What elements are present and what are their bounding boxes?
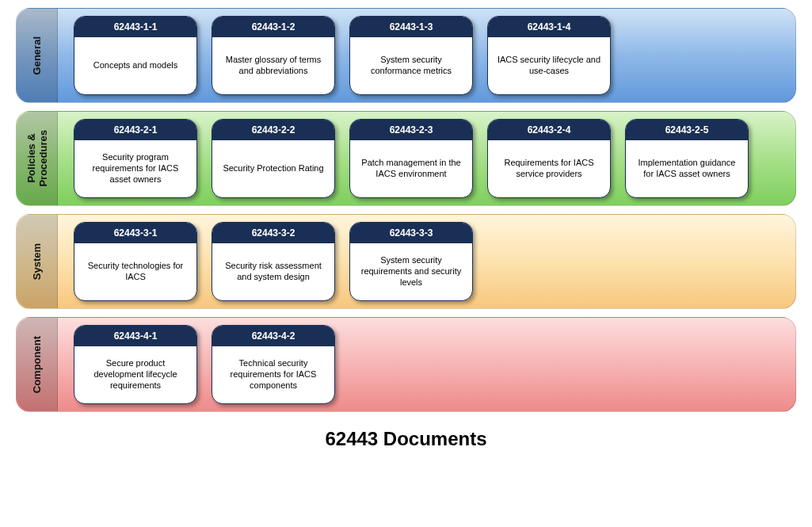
card-desc: Master glossary of terms and abbreviatio… bbox=[212, 37, 334, 94]
row-general: General62443-1-1Concepts and models62443… bbox=[16, 8, 796, 103]
card-62443-2-3: 62443-2-3Patch management in the IACS en… bbox=[349, 119, 473, 198]
row-label-system: System bbox=[17, 215, 58, 308]
row-label-text: Policies & Procedures bbox=[25, 130, 49, 187]
card-62443-4-2: 62443-4-2Technical security requirements… bbox=[212, 325, 335, 404]
card-62443-1-2: 62443-1-2Master glossary of terms and ab… bbox=[212, 16, 335, 95]
row-system: System62443-3-1Security technologies for… bbox=[16, 214, 796, 309]
card-62443-2-2: 62443-2-2Security Protection Rating bbox=[212, 119, 335, 198]
card-desc: Security technologies for IACS bbox=[74, 243, 196, 300]
row-label-text: Component bbox=[31, 336, 43, 393]
card-62443-1-4: 62443-1-4IACS security lifecycle and use… bbox=[487, 16, 611, 95]
card-code: 62443-3-1 bbox=[74, 223, 196, 243]
card-62443-1-3: 62443-1-3System security conformance met… bbox=[349, 16, 473, 95]
card-desc: Implementation guidance for IACS asset o… bbox=[626, 140, 748, 197]
card-code: 62443-4-2 bbox=[212, 326, 334, 346]
card-code: 62443-2-4 bbox=[488, 120, 610, 140]
row-label-text: System bbox=[31, 243, 43, 280]
card-desc: IACS security lifecycle and use-cases bbox=[488, 37, 610, 94]
card-desc: Patch management in the IACS environment bbox=[350, 140, 472, 197]
card-code: 62443-3-3 bbox=[350, 223, 472, 243]
card-desc: System security requirements and securit… bbox=[350, 243, 472, 300]
row-label-text: General bbox=[31, 36, 43, 74]
card-code: 62443-2-2 bbox=[212, 120, 334, 140]
row-label-component: Component bbox=[17, 318, 58, 411]
card-62443-1-1: 62443-1-1Concepts and models bbox=[74, 16, 197, 95]
card-62443-4-1: 62443-4-1Secure product development life… bbox=[74, 325, 197, 404]
rows-container: General62443-1-1Concepts and models62443… bbox=[16, 8, 796, 412]
row-label-policies: Policies & Procedures bbox=[17, 112, 58, 205]
card-desc: System security conformance metrics bbox=[350, 37, 472, 94]
cards-wrap: 62443-3-1Security technologies for IACS6… bbox=[74, 222, 473, 301]
card-code: 62443-2-5 bbox=[626, 120, 748, 140]
cards-wrap: 62443-4-1Secure product development life… bbox=[74, 325, 335, 404]
card-62443-3-1: 62443-3-1Security technologies for IACS bbox=[74, 222, 197, 301]
card-code: 62443-1-2 bbox=[212, 17, 334, 37]
page-title: 62443 Documents bbox=[16, 428, 796, 450]
card-62443-3-2: 62443-3-2Security risk assessment and sy… bbox=[212, 222, 335, 301]
card-code: 62443-3-2 bbox=[212, 223, 334, 243]
card-desc: Concepts and models bbox=[74, 37, 196, 94]
card-62443-2-1: 62443-2-1Security program requirements f… bbox=[74, 119, 197, 198]
card-62443-3-3: 62443-3-3System security requirements an… bbox=[349, 222, 473, 301]
row-component: Component62443-4-1Secure product develop… bbox=[16, 317, 796, 412]
row-policies: Policies & Procedures62443-2-1Security p… bbox=[16, 111, 796, 206]
card-desc: Security program requirements for IACS a… bbox=[74, 140, 196, 197]
card-desc: Requirements for IACS service providers bbox=[488, 140, 610, 197]
card-desc: Secure product development lifecycle req… bbox=[74, 346, 196, 403]
card-code: 62443-1-3 bbox=[350, 17, 472, 37]
card-code: 62443-2-3 bbox=[350, 120, 472, 140]
card-62443-2-4: 62443-2-4Requirements for IACS service p… bbox=[487, 119, 611, 198]
card-desc: Security risk assessment and system desi… bbox=[212, 243, 334, 300]
card-code: 62443-1-1 bbox=[74, 17, 196, 37]
card-code: 62443-1-4 bbox=[488, 17, 610, 37]
cards-wrap: 62443-2-1Security program requirements f… bbox=[74, 119, 749, 198]
card-code: 62443-4-1 bbox=[74, 326, 196, 346]
row-label-general: General bbox=[17, 9, 58, 102]
card-desc: Technical security requirements for IACS… bbox=[212, 346, 334, 403]
card-code: 62443-2-1 bbox=[74, 120, 196, 140]
cards-wrap: 62443-1-1Concepts and models62443-1-2Mas… bbox=[74, 16, 611, 95]
card-desc: Security Protection Rating bbox=[212, 140, 334, 197]
card-62443-2-5: 62443-2-5Implementation guidance for IAC… bbox=[625, 119, 749, 198]
